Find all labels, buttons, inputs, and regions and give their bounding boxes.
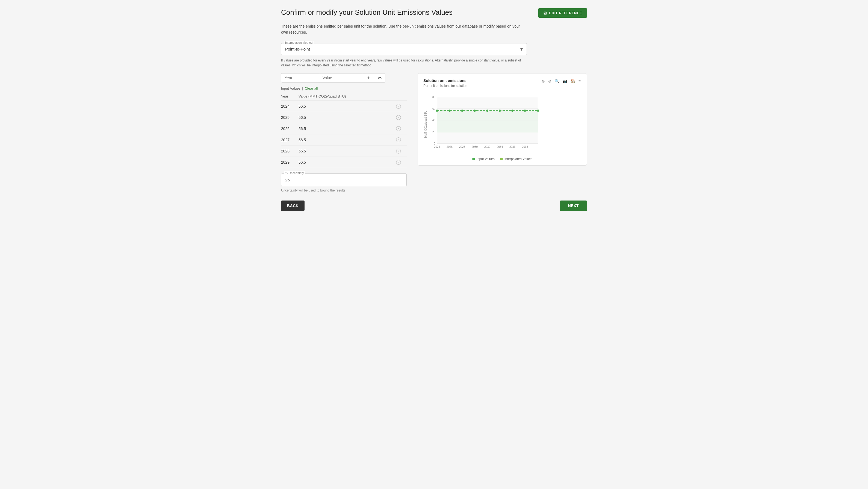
year-value-input-row [281,73,407,83]
value-cell: 56.5 [299,134,396,145]
chart-title: Solution unit emissions [423,79,467,83]
input-values-header: Input Values | Clear all [281,86,407,90]
svg-point-27 [524,110,526,112]
add-row-button[interactable] [363,73,374,83]
svg-point-28 [537,110,539,112]
interpolation-value: Point-to-Point [285,47,310,51]
svg-text:20: 20 [432,130,436,133]
table-row: 2027 56.5 [281,134,407,145]
input-values-label: Input Values [281,86,301,90]
edit-reference-label: EDIT REFERENCE [549,11,582,15]
camera-button[interactable]: 📷 [562,79,568,84]
year-cell: 2025 [281,112,299,123]
svg-point-26 [511,110,514,112]
plus-icon [366,76,371,80]
svg-text:MMT CO2e/quad BTU: MMT CO2e/quad BTU [424,111,427,138]
value-column-header: Value (MMT CO2e/quad BTU) [299,93,396,101]
action-column-header [396,93,407,101]
year-cell: 2029 [281,156,299,168]
svg-point-23 [474,110,476,112]
year-input[interactable] [281,73,319,83]
interpolation-label: Interpolation Method [284,41,314,44]
svg-rect-8 [437,111,538,132]
delete-row-button[interactable] [396,159,401,165]
svg-text:40: 40 [432,119,436,122]
interpolation-hint: If values are provided for every year (f… [281,58,521,68]
uncertainty-section: % Uncertainty Uncertainty will be used t… [281,174,407,192]
table-row: 2025 56.5 [281,112,407,123]
x-circle-icon [396,126,401,131]
data-table: Year Value (MMT CO2e/quad BTU) 2024 56.5 [281,93,407,168]
svg-text:2032: 2032 [484,145,491,148]
interpolation-method-field[interactable]: Interpolation Method Point-to-Point ▾ [281,43,527,55]
uncertainty-input[interactable] [285,178,403,182]
chevron-down-icon: ▾ [520,46,523,52]
back-button[interactable]: BACK [281,201,305,211]
table-row: 2029 56.5 [281,156,407,168]
svg-text:80: 80 [432,96,436,99]
svg-text:2036: 2036 [509,145,516,148]
legend-interpolated-values: Interpolated Values [500,157,533,161]
x-circle-icon [396,159,401,165]
chart-toolbar: ⊕ ⊖ 🔍 📷 🏠 ≡ [541,79,581,84]
clear-all-link[interactable]: Clear all [305,86,318,90]
value-cell: 56.5 [299,145,396,156]
svg-text:2030: 2030 [472,145,478,148]
uncertainty-field[interactable]: % Uncertainty [281,174,407,186]
save-icon [543,11,547,15]
x-circle-icon [396,148,401,154]
x-circle-icon [396,137,401,143]
page-divider [281,219,587,219]
chart-subtitle: Per-unit emissions for solution [423,84,467,88]
year-cell: 2028 [281,145,299,156]
svg-text:2026: 2026 [446,145,453,148]
delete-row-button[interactable] [396,148,401,154]
next-button[interactable]: NEXT [560,201,587,211]
svg-text:2038: 2038 [522,145,528,148]
interpolated-values-legend-label: Interpolated Values [504,157,533,161]
delete-row-button[interactable] [396,126,401,131]
svg-point-24 [486,110,488,112]
interpolated-values-dot [500,158,503,160]
delete-row-button[interactable] [396,103,401,109]
edit-reference-button[interactable]: EDIT REFERENCE [538,8,587,18]
chart-container: Solution unit emissions Per-unit emissio… [417,73,587,165]
delete-row-button[interactable] [396,115,401,120]
chart-svg: MMT CO2e/quad BTU 0 20 40 60 [423,94,541,154]
value-cell: 56.5 [299,100,396,112]
uncertainty-hint: Uncertainty will be used to bound the re… [281,188,407,192]
svg-text:2034: 2034 [497,145,503,148]
x-circle-icon [396,103,401,109]
undo-icon [377,76,382,80]
table-row: 2026 56.5 [281,123,407,134]
footer-row: BACK NEXT [281,201,587,211]
menu-button[interactable]: ≡ [578,79,581,84]
value-input[interactable] [319,73,363,83]
undo-button[interactable] [374,73,385,83]
x-circle-icon [396,115,401,120]
input-values-legend-label: Input Values [476,157,495,161]
zoom-in-button[interactable]: ⊕ [541,79,546,84]
separator: | [302,86,303,90]
year-cell: 2026 [281,123,299,134]
delete-row-button[interactable] [396,137,401,143]
value-cell: 56.5 [299,112,396,123]
home-button[interactable]: 🏠 [570,79,576,84]
year-column-header: Year [281,93,299,101]
legend-input-values: Input Values [472,157,495,161]
value-cell: 56.5 [299,156,396,168]
table-row: 2028 56.5 [281,145,407,156]
svg-text:60: 60 [432,107,436,110]
svg-text:2028: 2028 [459,145,465,148]
zoom-out-button[interactable]: ⊖ [548,79,552,84]
search-button[interactable]: 🔍 [554,79,560,84]
input-values-dot [472,158,475,160]
svg-text:0: 0 [434,142,435,145]
chart-legend: Input Values Interpolated Values [423,157,581,161]
uncertainty-label: % Uncertainty [284,171,305,175]
page-title: Confirm or modify your Solution Unit Emi… [281,8,453,17]
svg-point-21 [448,110,451,112]
svg-point-20 [436,110,438,112]
svg-text:2024: 2024 [434,145,440,148]
table-row: 2024 56.5 [281,100,407,112]
